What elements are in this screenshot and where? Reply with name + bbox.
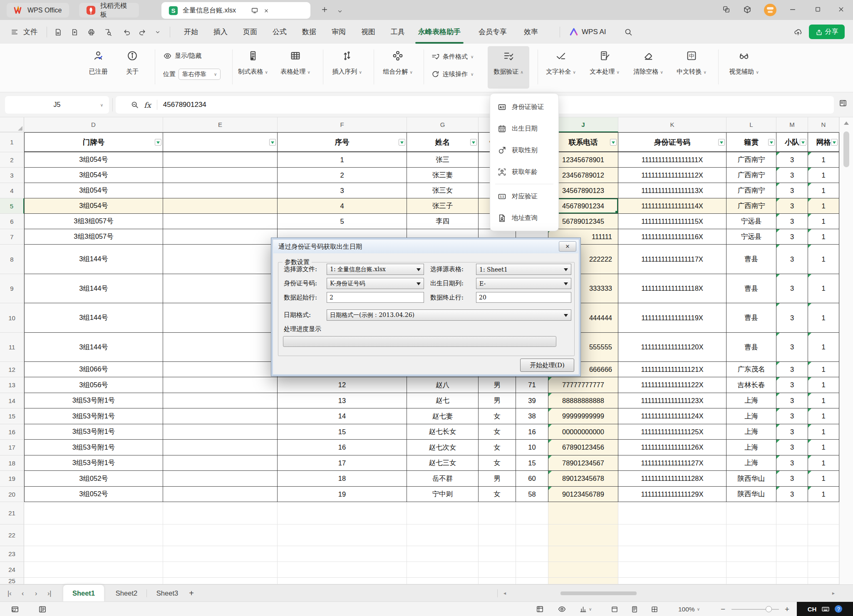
cell-H21[interactable]: [479, 502, 516, 524]
avatar[interactable]: [764, 4, 776, 16]
cell-H23[interactable]: [479, 546, 516, 562]
row-header-6[interactable]: 6: [0, 214, 24, 229]
cell-J22[interactable]: [548, 524, 618, 546]
cell-L17[interactable]: 上海: [727, 440, 776, 455]
cell-I25[interactable]: [516, 578, 548, 584]
template-tables-button[interactable]: 制式表格 ∨: [233, 47, 273, 76]
cell-I13[interactable]: 71: [516, 377, 548, 393]
cell-E16[interactable]: [163, 424, 278, 440]
row-header-9[interactable]: 9: [0, 274, 24, 303]
cell-J23[interactable]: [548, 546, 618, 562]
filter-button[interactable]: [718, 139, 725, 146]
cell-J20[interactable]: 90123456789: [548, 487, 618, 502]
cell-F15[interactable]: 14: [278, 408, 407, 424]
cell-I21[interactable]: [516, 502, 548, 524]
pivot-view-button[interactable]: [536, 602, 544, 616]
table-header-cell[interactable]: [163, 132, 278, 152]
menu-member[interactable]: 会员专享: [473, 20, 513, 44]
add-sheet-button[interactable]: +: [183, 585, 200, 602]
table-header-cell[interactable]: 姓名: [407, 132, 479, 152]
cell-E3[interactable]: [163, 168, 278, 183]
cell-D5[interactable]: 3组054号: [24, 198, 163, 214]
table-process-button[interactable]: 表格处理 ∨: [275, 47, 315, 76]
macro-button[interactable]: [11, 602, 19, 616]
cell-M2[interactable]: 3: [776, 152, 808, 168]
row-header-8[interactable]: 8: [0, 245, 24, 274]
column-header-K[interactable]: K: [618, 117, 727, 132]
cell-M24[interactable]: [776, 562, 808, 578]
cell-E21[interactable]: [163, 502, 278, 524]
cell-N4[interactable]: 1: [808, 183, 839, 198]
cell-H19[interactable]: 男: [479, 471, 516, 487]
cell-J16[interactable]: 00000000000: [548, 424, 618, 440]
birth-col-select[interactable]: E-: [476, 278, 571, 289]
cell-M18[interactable]: 3: [776, 455, 808, 471]
cell-K17[interactable]: 11111111111111126X: [618, 440, 727, 455]
cell-F18[interactable]: 17: [278, 455, 407, 471]
cell-G19[interactable]: 岳不群: [407, 471, 479, 487]
cell-L18[interactable]: 上海: [727, 455, 776, 471]
cell-K23[interactable]: [618, 546, 727, 562]
cell-N3[interactable]: 1: [808, 168, 839, 183]
sheet-tab-sheet2[interactable]: Sheet2: [107, 585, 146, 602]
cell-M7[interactable]: 3: [776, 229, 808, 245]
cell-E12[interactable]: [163, 362, 278, 377]
menu-wps-ai[interactable]: WPS AI: [569, 20, 606, 44]
about-button[interactable]: 关于: [118, 47, 147, 76]
clear-spaces-button[interactable]: 清除空格 ∨: [628, 47, 668, 76]
cell-M20[interactable]: 3: [776, 487, 808, 502]
cell-L25[interactable]: [727, 578, 776, 584]
menu-data[interactable]: 数据: [296, 20, 322, 44]
cell-N24[interactable]: [808, 562, 839, 578]
zoom-out-button[interactable]: −: [721, 602, 725, 616]
cell-E15[interactable]: [163, 408, 278, 424]
cell-I19[interactable]: 60: [516, 471, 548, 487]
name-box[interactable]: J5∨: [5, 96, 109, 114]
row-header-12[interactable]: 12: [0, 362, 24, 377]
table-header-cell[interactable]: 小队: [776, 132, 808, 152]
menu-tools[interactable]: 工具: [385, 20, 411, 44]
menu-item-address-query[interactable]: 地址查询: [490, 207, 558, 229]
cell-F5[interactable]: 4: [278, 198, 407, 214]
cell-G15[interactable]: 赵七妻: [407, 408, 479, 424]
sheet-tab-sheet1[interactable]: Sheet1: [63, 585, 104, 602]
zoom-out-icon[interactable]: [131, 101, 139, 109]
cell-I24[interactable]: [516, 562, 548, 578]
menu-item-get-gender[interactable]: 获取性别: [490, 139, 558, 161]
cell-D18[interactable]: 3组53号附1号: [24, 455, 163, 471]
data-validation-button[interactable]: 数据验证 ∧: [488, 46, 529, 89]
visual-assist-button[interactable]: 视觉辅助 ∨: [724, 47, 764, 76]
cell-F3[interactable]: 2: [278, 168, 407, 183]
share-button[interactable]: 分享: [809, 25, 845, 39]
row-header-13[interactable]: 13: [0, 377, 24, 393]
row-header-5[interactable]: 5: [0, 198, 24, 214]
cell-D22[interactable]: [24, 524, 163, 546]
formula-input[interactable]: fx 45678901234: [116, 96, 834, 114]
cell-D14[interactable]: 3组53号附1号: [24, 393, 163, 408]
cell-G25[interactable]: [407, 578, 479, 584]
cell-J3[interactable]: 23456789012: [548, 168, 618, 183]
cell-N2[interactable]: 1: [808, 152, 839, 168]
cell-K24[interactable]: [618, 562, 727, 578]
boards-button[interactable]: [722, 5, 730, 13]
cell-I23[interactable]: [516, 546, 548, 562]
cell-L12[interactable]: 广东茂名: [727, 362, 776, 377]
cell-E25[interactable]: [163, 578, 278, 584]
menu-item-birth-date[interactable]: 出生日期: [490, 118, 558, 139]
cell-L20[interactable]: 陕西华山: [727, 487, 776, 502]
cell-F4[interactable]: 3: [278, 183, 407, 198]
cell-L9[interactable]: 曹县: [727, 274, 776, 303]
cell-I18[interactable]: 15: [516, 455, 548, 471]
row-header-2[interactable]: 2: [0, 152, 24, 168]
cell-K5[interactable]: 11111111111111114X: [618, 198, 727, 214]
end-row-input[interactable]: 20: [476, 292, 571, 303]
continuous-ops-button[interactable]: 连续操作∨: [431, 68, 474, 80]
cell-M9[interactable]: 3: [776, 274, 808, 303]
cell-L2[interactable]: 广西南宁: [727, 152, 776, 168]
cell-J13[interactable]: 77777777777: [548, 377, 618, 393]
cell-D15[interactable]: 3组53号附1号: [24, 408, 163, 424]
page-layout-view-button[interactable]: [631, 602, 638, 616]
cell-K4[interactable]: 11111111111111113X: [618, 183, 727, 198]
filter-button[interactable]: [470, 139, 477, 146]
filter-button[interactable]: [768, 139, 775, 146]
